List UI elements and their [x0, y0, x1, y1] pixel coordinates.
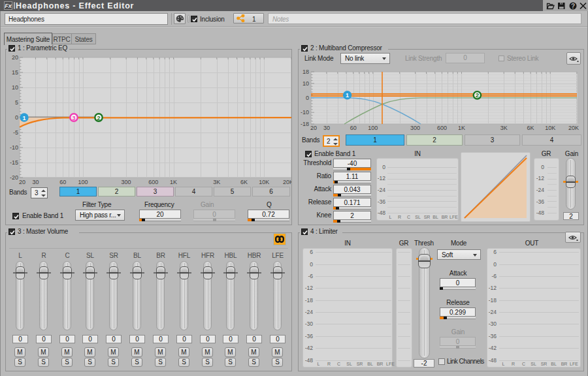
svg-text:20K: 20K	[283, 179, 291, 185]
svg-text:60: 60	[350, 125, 357, 131]
svg-text:10K: 10K	[259, 179, 269, 185]
svg-text:600: 600	[437, 125, 447, 131]
svg-text:6K: 6K	[240, 179, 248, 185]
svg-text:300: 300	[122, 179, 131, 185]
svg-text:10K: 10K	[545, 125, 555, 131]
svg-text:-5: -5	[13, 129, 18, 136]
svg-text:-10: -10	[10, 144, 18, 151]
svg-text:30: 30	[323, 125, 330, 131]
svg-text:15: 15	[12, 69, 18, 76]
svg-text:100: 100	[78, 179, 88, 185]
svg-text:1: 1	[22, 115, 25, 121]
svg-text:10: 10	[302, 80, 309, 87]
svg-text:2: 2	[476, 92, 479, 99]
svg-text:6K: 6K	[527, 125, 534, 131]
svg-text:100: 100	[368, 125, 378, 131]
svg-text:30: 30	[32, 179, 39, 185]
svg-text:20: 20	[12, 54, 18, 61]
svg-text:-18: -18	[301, 121, 309, 127]
svg-text:1: 1	[346, 92, 349, 99]
svg-text:-20: -20	[10, 174, 18, 181]
svg-text:-15: -15	[10, 159, 18, 166]
svg-text:0: 0	[15, 114, 18, 121]
svg-text:20: 20	[310, 125, 317, 131]
svg-text:?: ?	[571, 3, 575, 10]
svg-text:300: 300	[410, 125, 420, 131]
svg-text:18: 18	[302, 69, 309, 75]
svg-text:60: 60	[59, 179, 66, 185]
svg-text:20K: 20K	[568, 125, 579, 131]
svg-text:20: 20	[19, 179, 25, 185]
svg-text:1K: 1K	[170, 179, 177, 185]
svg-text:3K: 3K	[213, 179, 220, 185]
svg-text:2: 2	[97, 115, 100, 121]
svg-text:0: 0	[306, 95, 309, 101]
svg-text:600: 600	[148, 179, 158, 185]
svg-text:5: 5	[15, 99, 18, 106]
svg-text:-10: -10	[301, 109, 309, 116]
svg-text:3: 3	[72, 115, 75, 121]
svg-text:10: 10	[12, 84, 18, 91]
svg-text:3K: 3K	[500, 125, 508, 131]
svg-text:1K: 1K	[458, 125, 465, 131]
